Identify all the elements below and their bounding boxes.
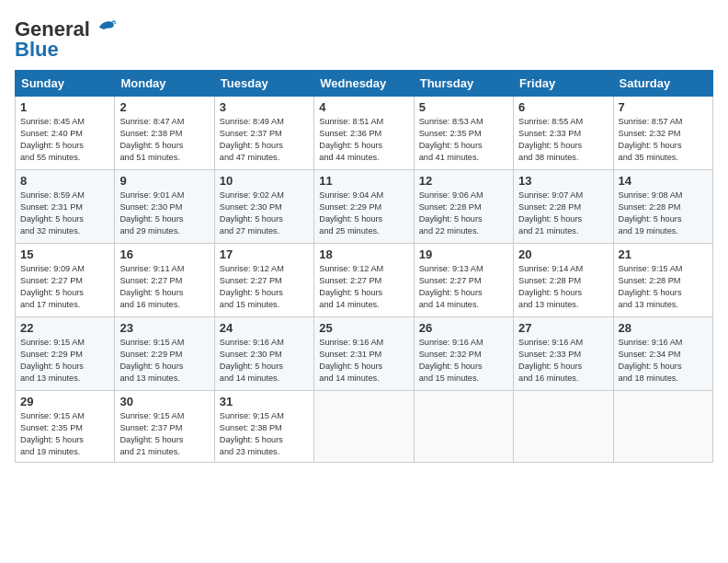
cell-info: Sunrise: 9:16 AM Sunset: 2:31 PM Dayligh… <box>319 337 408 385</box>
header-cell-wednesday: Wednesday <box>314 71 414 97</box>
day-number: 17 <box>220 247 309 261</box>
week-row-3: 15Sunrise: 9:09 AM Sunset: 2:27 PM Dayli… <box>16 244 713 317</box>
cell-info: Sunrise: 9:07 AM Sunset: 2:28 PM Dayligh… <box>518 190 608 237</box>
calendar-cell: 19Sunrise: 9:13 AM Sunset: 2:27 PM Dayli… <box>414 244 513 317</box>
day-number: 26 <box>419 321 508 335</box>
cell-info: Sunrise: 9:04 AM Sunset: 2:29 PM Dayligh… <box>319 190 408 237</box>
cell-info: Sunrise: 9:12 AM Sunset: 2:27 PM Dayligh… <box>220 263 309 311</box>
cell-info: Sunrise: 9:11 AM Sunset: 2:27 PM Dayligh… <box>119 263 209 311</box>
calendar-cell: 26Sunrise: 9:16 AM Sunset: 2:32 PM Dayli… <box>414 317 513 391</box>
day-number: 4 <box>319 100 408 114</box>
calendar-cell: 15Sunrise: 9:09 AM Sunset: 2:27 PM Dayli… <box>16 244 115 317</box>
calendar-cell: 13Sunrise: 9:07 AM Sunset: 2:28 PM Dayli… <box>514 170 613 244</box>
day-number: 13 <box>518 174 608 188</box>
cell-info: Sunrise: 9:13 AM Sunset: 2:27 PM Dayligh… <box>419 263 508 311</box>
cell-info: Sunrise: 9:12 AM Sunset: 2:27 PM Dayligh… <box>319 263 408 311</box>
calendar-cell: 7Sunrise: 8:57 AM Sunset: 2:32 PM Daylig… <box>613 97 712 170</box>
calendar-cell: 3Sunrise: 8:49 AM Sunset: 2:37 PM Daylig… <box>214 97 313 170</box>
calendar-cell: 12Sunrise: 9:06 AM Sunset: 2:28 PM Dayli… <box>414 170 513 244</box>
day-number: 23 <box>119 321 209 335</box>
day-number: 29 <box>20 395 109 408</box>
calendar-cell: 17Sunrise: 9:12 AM Sunset: 2:27 PM Dayli… <box>214 244 313 317</box>
cell-info: Sunrise: 9:06 AM Sunset: 2:28 PM Dayligh… <box>419 190 508 237</box>
day-number: 2 <box>119 100 209 114</box>
day-number: 31 <box>220 395 309 408</box>
calendar-cell: 18Sunrise: 9:12 AM Sunset: 2:27 PM Dayli… <box>314 244 414 317</box>
day-number: 19 <box>419 247 508 261</box>
cell-info: Sunrise: 8:55 AM Sunset: 2:33 PM Dayligh… <box>518 116 608 164</box>
page-container: General Blue SundayMondayTuesdayWednesda… <box>0 0 728 472</box>
week-row-4: 22Sunrise: 9:15 AM Sunset: 2:29 PM Dayli… <box>16 317 713 391</box>
cell-info: Sunrise: 9:14 AM Sunset: 2:28 PM Dayligh… <box>518 263 608 311</box>
calendar-cell <box>613 391 712 463</box>
day-number: 14 <box>619 174 708 188</box>
cell-info: Sunrise: 9:08 AM Sunset: 2:28 PM Dayligh… <box>619 190 708 237</box>
day-number: 18 <box>319 247 408 261</box>
calendar-cell: 24Sunrise: 9:16 AM Sunset: 2:30 PM Dayli… <box>214 317 313 391</box>
cell-info: Sunrise: 9:15 AM Sunset: 2:37 PM Dayligh… <box>119 410 209 458</box>
day-number: 9 <box>119 174 209 188</box>
header-cell-thursday: Thursday <box>414 71 513 97</box>
calendar-cell: 9Sunrise: 9:01 AM Sunset: 2:30 PM Daylig… <box>115 170 214 244</box>
week-row-2: 8Sunrise: 8:59 AM Sunset: 2:31 PM Daylig… <box>16 170 713 244</box>
calendar-cell: 27Sunrise: 9:16 AM Sunset: 2:33 PM Dayli… <box>514 317 613 391</box>
calendar-cell: 11Sunrise: 9:04 AM Sunset: 2:29 PM Dayli… <box>314 170 414 244</box>
calendar-cell: 20Sunrise: 9:14 AM Sunset: 2:28 PM Dayli… <box>514 244 613 317</box>
day-number: 1 <box>20 100 109 114</box>
day-number: 10 <box>220 174 309 188</box>
calendar-table: SundayMondayTuesdayWednesdayThursdayFrid… <box>15 70 713 463</box>
day-number: 28 <box>619 321 708 335</box>
cell-info: Sunrise: 9:15 AM Sunset: 2:38 PM Dayligh… <box>220 410 309 458</box>
day-number: 16 <box>119 247 209 261</box>
cell-info: Sunrise: 9:15 AM Sunset: 2:29 PM Dayligh… <box>119 337 209 385</box>
calendar-cell: 21Sunrise: 9:15 AM Sunset: 2:28 PM Dayli… <box>613 244 712 317</box>
calendar-cell: 25Sunrise: 9:16 AM Sunset: 2:31 PM Dayli… <box>314 317 414 391</box>
day-number: 12 <box>419 174 508 188</box>
cell-info: Sunrise: 8:49 AM Sunset: 2:37 PM Dayligh… <box>220 116 309 164</box>
day-number: 25 <box>319 321 408 335</box>
cell-info: Sunrise: 8:51 AM Sunset: 2:36 PM Dayligh… <box>319 116 408 164</box>
calendar-cell: 29Sunrise: 9:15 AM Sunset: 2:35 PM Dayli… <box>16 391 115 463</box>
week-row-1: 1Sunrise: 8:45 AM Sunset: 2:40 PM Daylig… <box>16 97 713 170</box>
day-number: 3 <box>220 100 309 114</box>
cell-info: Sunrise: 8:45 AM Sunset: 2:40 PM Dayligh… <box>20 116 109 164</box>
header-cell-sunday: Sunday <box>16 71 115 97</box>
cell-info: Sunrise: 8:53 AM Sunset: 2:35 PM Dayligh… <box>419 116 508 164</box>
header-cell-tuesday: Tuesday <box>214 71 313 97</box>
day-number: 11 <box>319 174 408 188</box>
calendar-cell <box>514 391 613 463</box>
cell-info: Sunrise: 9:16 AM Sunset: 2:34 PM Dayligh… <box>619 337 708 385</box>
cell-info: Sunrise: 8:47 AM Sunset: 2:38 PM Dayligh… <box>119 116 209 164</box>
header-row: SundayMondayTuesdayWednesdayThursdayFrid… <box>16 71 713 97</box>
logo-bird-icon <box>92 18 116 37</box>
calendar-cell: 4Sunrise: 8:51 AM Sunset: 2:36 PM Daylig… <box>314 97 414 170</box>
day-number: 24 <box>220 321 309 335</box>
cell-info: Sunrise: 9:15 AM Sunset: 2:35 PM Dayligh… <box>20 410 109 458</box>
calendar-cell: 23Sunrise: 9:15 AM Sunset: 2:29 PM Dayli… <box>115 317 214 391</box>
week-row-5: 29Sunrise: 9:15 AM Sunset: 2:35 PM Dayli… <box>16 391 713 463</box>
cell-info: Sunrise: 9:01 AM Sunset: 2:30 PM Dayligh… <box>119 190 209 237</box>
cell-info: Sunrise: 8:57 AM Sunset: 2:32 PM Dayligh… <box>619 116 708 164</box>
calendar-cell: 5Sunrise: 8:53 AM Sunset: 2:35 PM Daylig… <box>414 97 513 170</box>
logo: General Blue <box>15 18 116 61</box>
day-number: 27 <box>518 321 608 335</box>
calendar-cell: 10Sunrise: 9:02 AM Sunset: 2:30 PM Dayli… <box>214 170 313 244</box>
logo-blue: Blue <box>15 39 116 61</box>
calendar-cell <box>414 391 513 463</box>
cell-info: Sunrise: 9:16 AM Sunset: 2:30 PM Dayligh… <box>220 337 309 385</box>
calendar-cell: 2Sunrise: 8:47 AM Sunset: 2:38 PM Daylig… <box>115 97 214 170</box>
calendar-cell: 16Sunrise: 9:11 AM Sunset: 2:27 PM Dayli… <box>115 244 214 317</box>
header-cell-saturday: Saturday <box>613 71 712 97</box>
calendar-cell: 14Sunrise: 9:08 AM Sunset: 2:28 PM Dayli… <box>613 170 712 244</box>
cell-info: Sunrise: 9:02 AM Sunset: 2:30 PM Dayligh… <box>220 190 309 237</box>
calendar-cell <box>314 391 414 463</box>
calendar-cell: 6Sunrise: 8:55 AM Sunset: 2:33 PM Daylig… <box>514 97 613 170</box>
calendar-cell: 31Sunrise: 9:15 AM Sunset: 2:38 PM Dayli… <box>214 391 313 463</box>
cell-info: Sunrise: 9:15 AM Sunset: 2:28 PM Dayligh… <box>619 263 708 311</box>
day-number: 8 <box>20 174 109 188</box>
day-number: 6 <box>518 100 608 114</box>
day-number: 7 <box>619 100 708 114</box>
header-cell-monday: Monday <box>115 71 214 97</box>
calendar-cell: 30Sunrise: 9:15 AM Sunset: 2:37 PM Dayli… <box>115 391 214 463</box>
calendar-cell: 8Sunrise: 8:59 AM Sunset: 2:31 PM Daylig… <box>16 170 115 244</box>
